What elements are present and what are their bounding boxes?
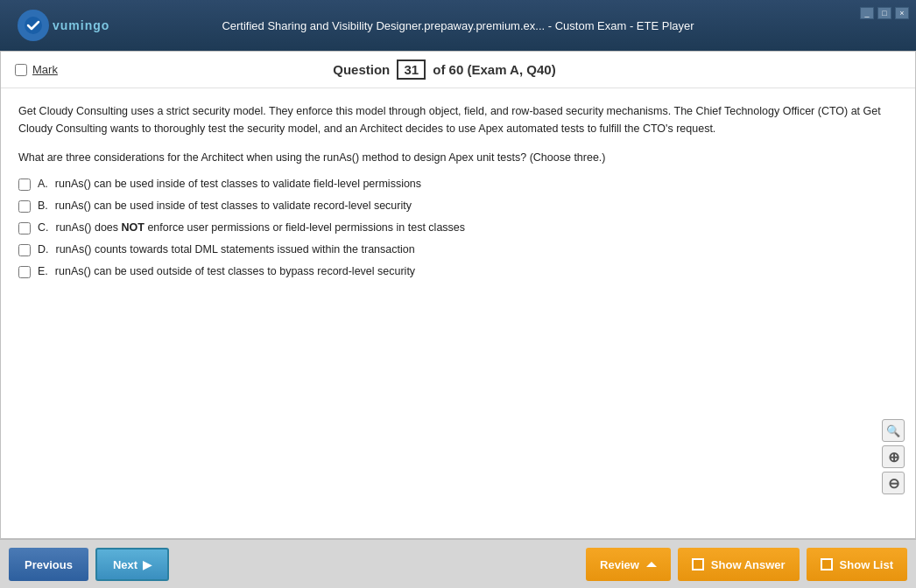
option-d-label: D.	[38, 243, 49, 256]
nav-bar: Previous Next ▶ Review Show Answer Show …	[0, 539, 916, 588]
minimize-button[interactable]: _	[860, 7, 874, 19]
option-b-label: B.	[38, 200, 48, 212]
option-e-text: runAs() can be used outside of test clas…	[55, 265, 415, 277]
show-list-button[interactable]: Show List	[807, 548, 907, 581]
option-e: E. runAs() can be used outside of test c…	[18, 265, 898, 278]
next-arrow-icon: ▶	[143, 558, 151, 571]
option-e-label: E.	[38, 265, 48, 277]
question-stem: What are three considerations for the Ar…	[18, 151, 898, 164]
option-a-checkbox[interactable]	[18, 178, 31, 191]
search-zoom-button[interactable]: 🔍	[882, 419, 905, 442]
review-button[interactable]: Review	[586, 548, 671, 581]
question-prefix: Question	[333, 62, 390, 77]
bottom-section: Previous Next ▶ Review Show Answer Show …	[0, 539, 916, 588]
option-c: C. runAs() does NOT enforce user permiss…	[18, 221, 898, 234]
option-b: B. runAs() can be used inside of test cl…	[18, 200, 898, 213]
show-answer-checkbox-icon	[692, 558, 704, 570]
option-a-label: A.	[38, 178, 48, 190]
option-c-text: runAs() does NOT enforce user permission…	[56, 221, 466, 234]
question-passage: Get Cloudy Consulting uses a strict secu…	[18, 102, 898, 137]
option-a: A. runAs() can be used inside of test cl…	[18, 178, 898, 191]
maximize-button[interactable]: □	[877, 7, 891, 19]
zoom-in-button[interactable]: ⊕	[882, 445, 905, 468]
title-bar: vumingo Certified Sharing and Visibility…	[0, 0, 916, 51]
question-info: Question 31 of 60 (Exam A, Q40)	[333, 60, 555, 80]
logo-text: vumingo	[53, 18, 109, 32]
show-list-checkbox-icon	[821, 558, 833, 570]
window-controls: _ □ ×	[860, 7, 909, 19]
option-e-checkbox[interactable]	[18, 266, 31, 278]
option-a-text: runAs() can be used inside of test class…	[55, 178, 421, 190]
option-d-text: runAs() counts towards total DML stateme…	[56, 243, 415, 256]
question-number: 31	[397, 60, 426, 80]
show-answer-button[interactable]: Show Answer	[678, 548, 800, 581]
option-b-text: runAs() can be used inside of test class…	[55, 200, 412, 212]
option-d: D. runAs() counts towards total DML stat…	[18, 243, 898, 256]
close-button[interactable]: ×	[895, 7, 909, 19]
next-button[interactable]: Next ▶	[95, 548, 169, 581]
next-label: Next	[113, 558, 137, 571]
option-c-checkbox[interactable]	[18, 222, 31, 234]
logo-icon	[18, 10, 49, 41]
previous-button[interactable]: Previous	[9, 548, 88, 581]
mark-checkbox[interactable]	[15, 64, 27, 76]
question-header: Mark Question 31 of 60 (Exam A, Q40)	[1, 52, 915, 88]
zoom-out-button[interactable]: ⊖	[882, 472, 905, 494]
mark-section: Mark	[15, 63, 58, 76]
review-arrow-icon	[646, 562, 657, 567]
option-b-checkbox[interactable]	[18, 200, 31, 213]
main-area: Mark Question 31 of 60 (Exam A, Q40) Get…	[0, 51, 916, 539]
question-suffix: of 60 (Exam A, Q40)	[433, 62, 555, 77]
show-list-label: Show List	[840, 558, 893, 571]
option-c-label: C.	[38, 221, 49, 234]
question-content: Get Cloudy Consulting uses a strict secu…	[1, 88, 915, 301]
review-label: Review	[600, 558, 639, 571]
window-title: Certified Sharing and Visibility Designe…	[222, 19, 694, 32]
logo: vumingo	[18, 10, 109, 41]
show-answer-label: Show Answer	[711, 558, 786, 571]
option-d-checkbox[interactable]	[18, 244, 31, 256]
mark-label: Mark	[32, 63, 58, 76]
zoom-controls: 🔍 ⊕ ⊖	[882, 419, 905, 494]
